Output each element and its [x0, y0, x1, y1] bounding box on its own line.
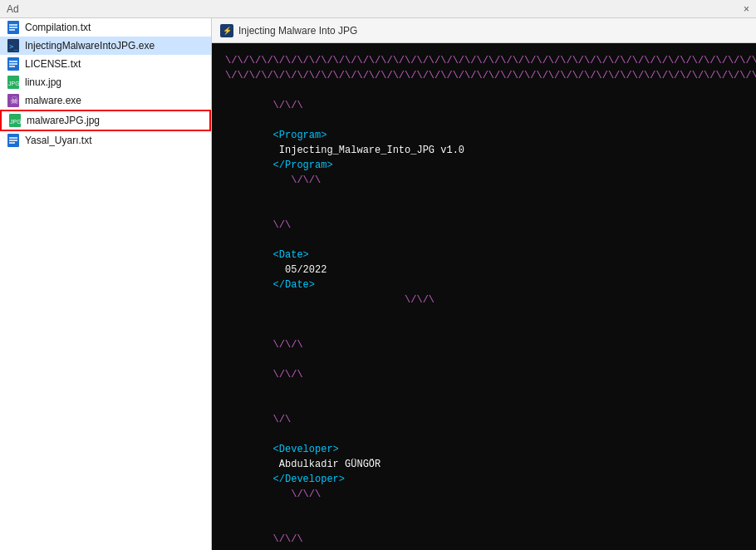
ad-bar: Ad × — [0, 0, 756, 18]
file-item-malware-exe[interactable]: ☠ malware.exe — [0, 91, 211, 110]
main-layout: Compilation.txt >_ InjectingMalwareIntoJ… — [0, 18, 756, 550]
file-name: linux.jpg — [25, 76, 61, 88]
terminal-titlebar: ⚡ Injecting Malware Into JPG — [212, 18, 756, 43]
file-item-injectingmalwareintojpg-exe[interactable]: >_ InjectingMalwareIntoJPG.exe — [0, 37, 211, 55]
file-icon — [7, 21, 20, 34]
file-icon — [7, 134, 20, 147]
file-icon — [7, 57, 20, 71]
banner-row-1: \/\/\/\/\/\/\/\/\/\/\/\/\/\/\/\/\/\/\/\/… — [225, 53, 756, 68]
ad-label: Ad — [7, 3, 19, 15]
file-panel: Compilation.txt >_ InjectingMalwareIntoJ… — [0, 18, 212, 550]
banner-empty-1: \/\/\ \/\/\ — [225, 322, 756, 397]
svg-text:JPG: JPG — [8, 81, 19, 86]
file-name: malware.exe — [25, 95, 81, 106]
banner-email-line: \/\/\ <Email> abdulkadir_gungor@outlook.… — [225, 517, 756, 550]
terminal-panel: ⚡ Injecting Malware Into JPG \/\/\/\/\/\… — [212, 18, 756, 550]
file-item-malwarejpg-jpg[interactable]: JPG malwareJPG.jpg — [0, 110, 211, 131]
file-item-linux-jpg[interactable]: JPG linux.jpg — [0, 73, 211, 91]
banner-program-line: \/\/\ <Program> Injecting_Malware_Into_J… — [225, 83, 756, 203]
terminal-title: Injecting Malware Into JPG — [238, 25, 357, 37]
file-name: InjectingMalwareIntoJPG.exe — [25, 40, 155, 52]
file-icon: JPG — [7, 76, 20, 89]
file-name: Yasal_Uyarı.txt — [25, 135, 91, 146]
terminal-body[interactable]: \/\/\/\/\/\/\/\/\/\/\/\/\/\/\/\/\/\/\/\/… — [212, 43, 756, 550]
file-name: malwareJPG.jpg — [27, 115, 100, 126]
file-name: Compilation.txt — [25, 22, 91, 33]
svg-text:>_: >_ — [9, 42, 18, 51]
svg-text:JPG: JPG — [10, 119, 21, 125]
banner-date-line: \/\ <Date> 05/2022 </Date> \/\/\ — [225, 203, 756, 322]
file-item-compilation-txt[interactable]: Compilation.txt — [0, 18, 211, 37]
close-icon[interactable]: × — [744, 3, 749, 15]
banner-row-2: \/\/\/\/\/\/\/\/\/\/\/\/\/\/\/\/\/\/\/\/… — [225, 68, 756, 83]
file-item-yasal-uyar--txt[interactable]: Yasal_Uyarı.txt — [0, 131, 211, 150]
file-icon: >_ — [7, 39, 20, 52]
file-icon: JPG — [8, 114, 22, 127]
terminal-title-icon: ⚡ — [220, 24, 233, 37]
banner-developer-line: \/\ <Developer> Abdulkadir GÜNGÖR </Deve… — [225, 397, 756, 517]
file-name: LICENSE.txt — [25, 58, 81, 70]
svg-text:☠: ☠ — [10, 95, 19, 106]
file-item-license-txt[interactable]: LICENSE.txt — [0, 55, 211, 73]
file-icon: ☠ — [7, 94, 20, 107]
